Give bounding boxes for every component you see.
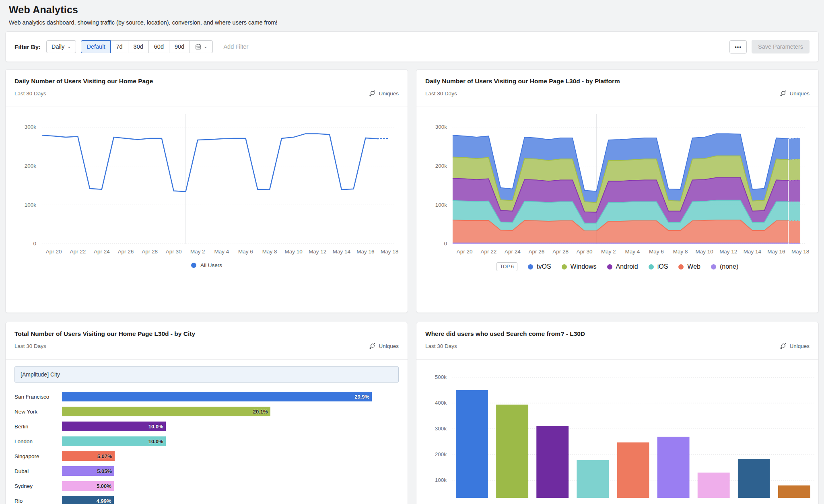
- metric-toggle[interactable]: Uniques: [780, 90, 810, 97]
- svg-text:200k: 200k: [435, 451, 447, 457]
- bar-value-label: 10.0%: [148, 438, 166, 444]
- svg-text:Apr 20: Apr 20: [46, 249, 62, 255]
- legend-item-tvOS[interactable]: tvOS: [528, 263, 551, 270]
- panel-title: Where did users who used Search come fro…: [425, 330, 810, 337]
- line-chart-legend[interactable]: All Users: [6, 262, 408, 268]
- legend-label: Web: [687, 263, 700, 270]
- panel-date-range: Last 30 Days: [14, 343, 46, 349]
- dashboard-grid: Daily Number of Users Visiting our Home …: [5, 69, 819, 504]
- legend-dot: [678, 264, 684, 269]
- uniques-icon: [369, 343, 376, 350]
- metric-toggle[interactable]: Uniques: [780, 343, 810, 350]
- svg-text:400k: 400k: [435, 400, 447, 406]
- svg-text:May 2: May 2: [601, 249, 616, 255]
- search-source-bar[interactable]: [778, 485, 810, 498]
- legend-label: (none): [720, 263, 738, 270]
- legend-dot: [528, 264, 533, 269]
- bar-track: 5.07%: [62, 451, 399, 461]
- bar-row: London10.0%: [14, 436, 399, 446]
- svg-text:0: 0: [444, 241, 447, 247]
- city-bar[interactable]: 5.00%: [62, 481, 114, 491]
- city-label: Singapore: [14, 453, 62, 459]
- bar-row: Singapore5.07%: [14, 451, 399, 461]
- svg-text:May 12: May 12: [309, 249, 326, 255]
- range-button-30d[interactable]: 30d: [128, 40, 149, 53]
- legend-item-Web[interactable]: Web: [678, 263, 700, 270]
- search-source-bar[interactable]: [536, 426, 569, 498]
- panel-title: Total Number of Users Visiting our Home …: [14, 330, 399, 337]
- line-series-incomplete: [377, 138, 389, 139]
- svg-text:0: 0: [33, 241, 36, 247]
- bar-track: 5.05%: [62, 466, 399, 476]
- panel-daily-users: Daily Number of Users Visiting our Home …: [5, 69, 408, 313]
- legend-dot: [649, 264, 654, 269]
- search-source-bar[interactable]: [456, 390, 488, 498]
- search-source-bar[interactable]: [496, 405, 528, 498]
- platform-legend: TOP 6 tvOSWindowsAndroidiOSWeb(none): [416, 262, 818, 271]
- legend-item-none[interactable]: (none): [711, 263, 738, 270]
- panel-header: Total Number of Users Visiting our Home …: [6, 322, 408, 360]
- city-bar[interactable]: 10.0%: [62, 422, 166, 431]
- panel-title: Daily Number of Users Visiting our Home …: [14, 78, 399, 85]
- page-header: Web Analytics Web analytics dashboard, s…: [0, 0, 824, 26]
- filter-by-label: Filter By:: [14, 43, 41, 50]
- svg-text:200k: 200k: [435, 163, 447, 169]
- city-label: New York: [14, 409, 62, 415]
- city-bar[interactable]: 5.05%: [62, 466, 114, 476]
- svg-text:Apr 20: Apr 20: [457, 249, 473, 255]
- metric-toggle[interactable]: Uniques: [369, 90, 399, 97]
- more-options-button[interactable]: •••: [729, 40, 747, 53]
- svg-text:100k: 100k: [435, 202, 447, 208]
- svg-text:500k: 500k: [435, 374, 447, 380]
- page-subtitle: Web analytics dashboard, showing traffic…: [9, 19, 815, 26]
- city-bar[interactable]: 4.99%: [62, 496, 114, 504]
- range-button-60d[interactable]: 60d: [148, 40, 169, 53]
- svg-text:May 18: May 18: [381, 249, 398, 255]
- svg-text:300k: 300k: [435, 124, 447, 130]
- range-button-7d[interactable]: 7d: [110, 40, 128, 53]
- chevron-down-icon: ⌄: [67, 44, 71, 49]
- legend-item-Android[interactable]: Android: [607, 263, 638, 270]
- city-bar-chart: San Francisco29.9%New York20.1%Berlin10.…: [14, 392, 399, 504]
- svg-text:May 14: May 14: [333, 249, 351, 255]
- svg-text:May 18: May 18: [791, 249, 809, 255]
- bar-value-label: 29.9%: [354, 394, 372, 400]
- panel-title: Daily Number of Users Visiting our Home …: [425, 78, 810, 85]
- legend-item-Windows[interactable]: Windows: [562, 263, 597, 270]
- svg-text:May 14: May 14: [744, 249, 762, 255]
- svg-text:May 6: May 6: [649, 249, 664, 255]
- search-source-bar[interactable]: [657, 437, 690, 498]
- search-source-bar[interactable]: [698, 473, 730, 498]
- calendar-icon: [195, 43, 202, 50]
- svg-text:Apr 28: Apr 28: [552, 249, 569, 255]
- city-bar[interactable]: 29.9%: [62, 392, 372, 401]
- search-source-bar[interactable]: [738, 459, 770, 498]
- svg-text:Apr 26: Apr 26: [118, 249, 134, 255]
- city-bar[interactable]: 5.07%: [62, 451, 115, 461]
- bar-row: New York20.1%: [14, 407, 399, 416]
- city-bar[interactable]: 10.0%: [62, 436, 166, 446]
- bar-value-label: 5.07%: [97, 453, 115, 459]
- interval-dropdown[interactable]: Daily ⌄: [46, 40, 76, 53]
- legend-item-iOS[interactable]: iOS: [649, 263, 668, 270]
- range-button-90d[interactable]: 90d: [169, 40, 190, 53]
- city-bar[interactable]: 20.1%: [62, 407, 270, 416]
- bar-track: 10.0%: [62, 436, 399, 446]
- city-groupby-control[interactable]: [Amplitude] City: [14, 366, 399, 383]
- legend-dot: [607, 264, 612, 269]
- metric-toggle[interactable]: Uniques: [369, 343, 399, 350]
- svg-text:Apr 28: Apr 28: [142, 249, 158, 255]
- bar-track: 4.99%: [62, 496, 399, 504]
- legend-dot: [562, 264, 567, 269]
- date-range-group: Default 7d 30d 60d 90d ⌄: [81, 40, 213, 53]
- legend-label: Windows: [571, 263, 597, 270]
- save-parameters-button[interactable]: Save Parameters: [752, 40, 810, 53]
- svg-text:May 10: May 10: [696, 249, 713, 255]
- add-filter-button[interactable]: Add Filter: [221, 43, 251, 50]
- range-button-default[interactable]: Default: [81, 40, 111, 53]
- search-source-bar[interactable]: [617, 442, 649, 498]
- calendar-button[interactable]: ⌄: [190, 40, 213, 53]
- search-source-bar[interactable]: [577, 460, 609, 498]
- stacked-area-chart: 300k200k100k0Apr 20Apr 22Apr 24Apr 26Apr…: [416, 107, 818, 257]
- svg-text:May 6: May 6: [238, 249, 253, 255]
